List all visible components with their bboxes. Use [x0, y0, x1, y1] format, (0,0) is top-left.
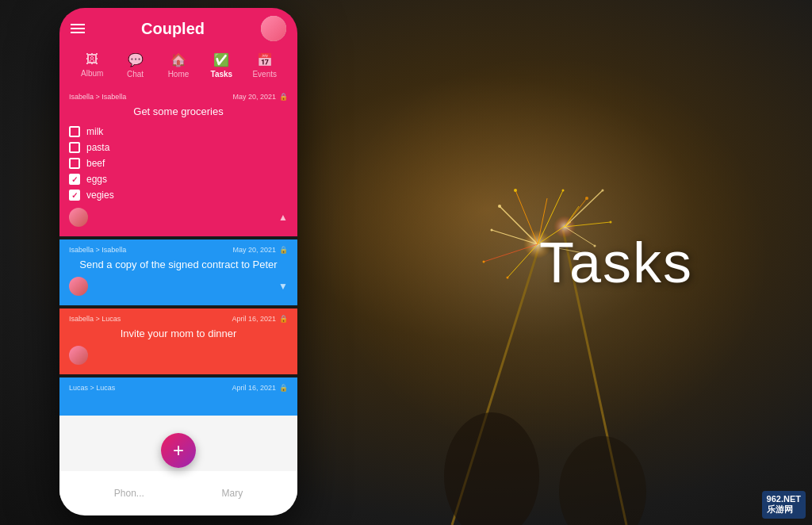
svg-point-15: [562, 190, 565, 192]
avatar-card-1: [69, 208, 88, 227]
avatar-card-2: [69, 277, 88, 296]
task-date-3: April 16, 2021: [232, 315, 276, 323]
menu-icon[interactable]: [71, 24, 85, 33]
lock-icon-4: 🔒: [279, 384, 288, 392]
phone-mockup: Coupled 🖼 Album 💬 Chat 🏠 Home ✅ Tasks �: [59, 8, 297, 515]
checklist-label-milk: milk: [86, 126, 103, 137]
task-meta-left-1: Isabella > Isabella: [69, 93, 126, 101]
checklist-label-eggs: eggs: [86, 174, 107, 185]
tab-events[interactable]: 📅 Events: [245, 48, 285, 83]
lock-icon-1: 🔒: [279, 93, 288, 101]
task-meta-left-4: Lucas > Lucas: [69, 384, 115, 392]
events-icon: 📅: [257, 52, 273, 67]
task-meta-left-2: Isabella > Isabella: [69, 246, 126, 254]
task-title-3: Invite your mom to dinner: [69, 328, 288, 339]
expand-icon-2[interactable]: ▼: [278, 281, 288, 292]
checklist-item-beef[interactable]: beef: [69, 155, 288, 171]
checklist-1: milk pasta beef eggs vegies: [69, 124, 288, 203]
bottom-nav-right: Mary: [221, 488, 243, 499]
task-title-2: Send a copy of the signed contract to Pe…: [69, 259, 288, 270]
lock-icon-3: 🔒: [279, 315, 288, 323]
checklist-label-vegies: vegies: [86, 190, 114, 201]
task-meta-4: Lucas > Lucas April 16, 2021 🔒: [69, 384, 288, 392]
tasks-page-label: Tasks: [539, 230, 693, 295]
svg-point-14: [498, 205, 501, 208]
user-avatar[interactable]: [261, 16, 286, 41]
task-card-dinner[interactable]: Isabella > Lucas April 16, 2021 🔒 Invite…: [59, 308, 297, 374]
task-title-1: Get some groceries: [69, 105, 288, 117]
fab-icon: +: [173, 439, 184, 462]
task-date-1: May 20, 2021: [232, 93, 276, 101]
album-icon: 🖼: [86, 52, 98, 67]
task-meta-left-3: Isabella > Lucas: [69, 315, 121, 323]
svg-point-16: [491, 229, 493, 232]
tab-home-label: Home: [168, 70, 190, 79]
task-meta-2: Isabella > Isabella May 20, 2021 🔒: [69, 246, 288, 254]
card-footer-2: ▼: [69, 277, 288, 296]
task-card-contract[interactable]: Isabella > Isabella May 20, 2021 🔒 Send …: [59, 240, 297, 305]
checklist-item-eggs[interactable]: eggs: [69, 171, 288, 187]
task-card-groceries[interactable]: Isabella > Isabella May 20, 2021 🔒 Get s…: [59, 86, 297, 236]
app-header: Coupled 🖼 Album 💬 Chat 🏠 Home ✅ Tasks �: [59, 8, 297, 86]
fab-button[interactable]: +: [161, 433, 196, 468]
tab-tasks-label: Tasks: [211, 70, 233, 79]
card-footer-1: ▲: [69, 208, 288, 227]
tab-home[interactable]: 🏠 Home: [159, 48, 198, 83]
avatar-card-3: [69, 346, 88, 365]
tab-album-label: Album: [81, 69, 103, 78]
header-top: Coupled: [71, 16, 286, 41]
checkbox-eggs[interactable]: [69, 174, 80, 185]
svg-point-20: [507, 277, 509, 279]
tasks-icon: ✅: [213, 52, 229, 67]
checklist-item-pasta[interactable]: pasta: [69, 140, 288, 155]
tab-chat-label: Chat: [127, 70, 144, 79]
checklist-label-beef: beef: [86, 158, 105, 169]
task-meta-1: Isabella > Isabella May 20, 2021 🔒: [69, 93, 288, 101]
tab-chat[interactable]: 💬 Chat: [116, 48, 155, 83]
checklist-item-milk[interactable]: milk: [69, 124, 288, 140]
home-icon: 🏠: [170, 52, 186, 67]
bottom-nav-hint: Phon... Mary: [59, 471, 297, 515]
chat-icon: 💬: [128, 52, 144, 67]
checkbox-beef[interactable]: [69, 158, 80, 169]
lock-icon-2: 🔒: [279, 246, 288, 254]
svg-point-26: [602, 190, 604, 192]
nav-tabs: 🖼 Album 💬 Chat 🏠 Home ✅ Tasks 📅 Events: [71, 48, 286, 86]
tab-events-label: Events: [252, 70, 277, 79]
task-date-2: May 20, 2021: [232, 246, 276, 254]
checklist-item-vegies[interactable]: vegies: [69, 187, 288, 203]
collapse-icon-1[interactable]: ▲: [278, 212, 288, 223]
bottom-nav-left: Phon...: [114, 488, 144, 499]
svg-point-18: [483, 261, 485, 263]
watermark: 962.NET乐游网: [762, 491, 806, 519]
task-meta-3: Isabella > Lucas April 16, 2021 🔒: [69, 315, 288, 323]
checkbox-pasta[interactable]: [69, 142, 80, 153]
tab-album[interactable]: 🖼 Album: [72, 48, 112, 83]
app-title: Coupled: [141, 20, 205, 38]
card-footer-3: [69, 346, 288, 365]
svg-point-27: [610, 221, 612, 224]
tab-tasks[interactable]: ✅ Tasks: [201, 48, 241, 83]
svg-point-19: [514, 189, 517, 192]
checklist-label-pasta: pasta: [86, 142, 109, 153]
checkbox-vegies[interactable]: [69, 190, 80, 201]
task-card-4[interactable]: Lucas > Lucas April 16, 2021 🔒: [59, 377, 297, 416]
checkbox-milk[interactable]: [69, 126, 80, 137]
svg-point-28: [585, 197, 588, 200]
task-date-4: April 16, 2021: [232, 384, 276, 392]
